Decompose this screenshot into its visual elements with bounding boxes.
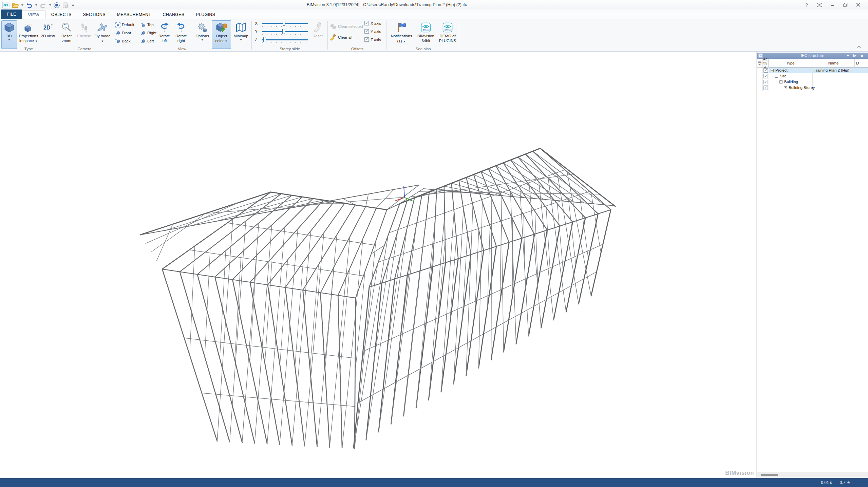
view-right-button[interactable]: Right [141, 29, 156, 37]
options-button[interactable]: Options ▼ [193, 20, 211, 49]
minimize-button[interactable] [829, 1, 836, 8]
ribbon-collapse-chevron[interactable] [856, 44, 862, 50]
reset-zoom-icon [61, 21, 72, 34]
tab-objects[interactable]: OBJECTS [45, 11, 77, 19]
panel-dropdown-icon[interactable] [845, 53, 850, 58]
star-icon: ★ [847, 480, 850, 485]
ribbon-group-offsets: Clear selected Clear all ✓X axis✓Y axis✓… [328, 19, 386, 51]
projections-dropdown-arrow: ▼ [35, 40, 38, 43]
group-label-type: Type [1, 47, 57, 51]
open-file-button[interactable] [12, 1, 19, 9]
storey-slider-x-thumb[interactable] [283, 21, 285, 26]
tab-view[interactable]: VIEW [22, 11, 45, 20]
restore-button[interactable] [842, 1, 849, 8]
slider-y-label: Y [255, 29, 258, 34]
checkbox-box[interactable]: ✓ [364, 29, 369, 34]
view-front-button[interactable]: Front [115, 29, 131, 37]
panel-close-icon[interactable] [860, 53, 865, 58]
ribbon-group-view: Default Front Back Top Right Left [113, 19, 251, 51]
tree-row-checkbox[interactable]: ✓ [763, 86, 768, 90]
svg-text:BIMvision: BIMvision [445, 29, 452, 31]
fps-value: 0.7★ [840, 480, 850, 485]
demo-of-plugins-button[interactable]: BIMvision DEMO of PLUGINS [438, 20, 457, 49]
view-left-button[interactable]: Left [141, 37, 154, 45]
panel-hscrollbar-thumb[interactable] [761, 474, 778, 476]
expander-minus-icon[interactable]: − [771, 69, 774, 72]
checkbox-box[interactable]: ✓ [364, 21, 369, 25]
tab-changes[interactable]: CHANGES [157, 11, 190, 19]
3d-button[interactable]: 3D ▼ [1, 20, 17, 49]
panel-title: IFC structure [757, 53, 868, 58]
tree-row-project[interactable]: ✓−ProjectTraining Plan 2 (Hip) [757, 68, 868, 73]
checkbox-y-axis[interactable]: ✓Y axis [364, 29, 381, 34]
view-top-button[interactable]: Top [141, 21, 154, 29]
tree-row-type-label: Project [775, 68, 788, 72]
expander-minus-icon[interactable]: − [775, 75, 778, 78]
projections-in-space-button[interactable]: Projections in space ▼ [18, 20, 39, 49]
expander-plus-icon[interactable]: + [784, 86, 787, 89]
enclose-button: Enclose [76, 20, 92, 49]
tree-row-site[interactable]: ✓−Site [757, 73, 868, 79]
storey-slider-z-thumb[interactable] [263, 37, 266, 42]
slider-x-label: X [255, 21, 258, 26]
ribbon-separator [112, 21, 112, 50]
3d-viewport[interactable]: BIMvision [0, 52, 756, 478]
tab-measurement[interactable]: MEASUREMENT [111, 11, 157, 19]
projections-icon [23, 21, 34, 34]
view-default-button[interactable]: Default [115, 21, 134, 29]
bimvision-64bit-button[interactable]: BIMvision BIMvision 64bit [415, 20, 436, 49]
checkbox-x-axis[interactable]: ✓X axis [364, 21, 381, 25]
object-color-button[interactable]: Object color ▼ [212, 20, 231, 49]
tab-sections[interactable]: SECTIONS [77, 11, 111, 19]
fullscreen-button[interactable] [816, 1, 823, 8]
checkbox-z-axis[interactable]: ✓Z axis [364, 37, 381, 42]
reset-zoom-button[interactable]: Reset zoom [58, 20, 75, 49]
open-file-dropdown[interactable] [21, 4, 23, 6]
panel-tree-collapse-icon[interactable] [852, 53, 857, 58]
tree-row-checkbox[interactable]: ✓ [763, 68, 768, 73]
record-view-button[interactable] [53, 1, 60, 9]
column-header-description[interactable]: D [855, 59, 868, 68]
tree-row-building-storey[interactable]: ✓+Building Storey [757, 85, 868, 91]
object-color-dropdown-arrow: ▼ [225, 40, 228, 43]
checkbox-box[interactable]: ✓ [364, 37, 369, 42]
notifications-button[interactable]: Notifications (1) ▼ [389, 20, 414, 49]
ribbon-group-camera: Reset zoom Enclose Fly mode ▼ Camera [57, 19, 112, 51]
object-color-icon [216, 21, 227, 34]
undo-dropdown[interactable] [35, 4, 37, 6]
group-label-offsets: Offsets [328, 47, 386, 51]
clear-all-button[interactable]: Clear all [330, 34, 352, 41]
tree-row-checkbox[interactable]: ✓ [763, 74, 768, 78]
view-front-icon [115, 31, 120, 36]
tab-plugins[interactable]: PLUGINS [190, 11, 221, 19]
panel-hscrollbar[interactable] [757, 472, 868, 478]
view-left-icon [141, 39, 146, 44]
rotate-left-button[interactable]: Rotate left [157, 20, 172, 49]
undo-button[interactable] [25, 1, 33, 9]
tab-file[interactable]: FILE [1, 10, 22, 19]
tree-row-checkbox[interactable]: ✓ [763, 80, 768, 84]
2d-view-button[interactable]: 2D 2D view [40, 20, 56, 49]
storey-slider-y-thumb[interactable] [282, 29, 285, 34]
redo-button[interactable] [39, 1, 47, 9]
column-options-cell[interactable] [757, 59, 762, 68]
expander-minus-icon[interactable]: − [779, 80, 782, 83]
column-header-name[interactable]: Name [812, 59, 855, 68]
customize-qat-dropdown[interactable] [71, 1, 75, 9]
rotate-right-button[interactable]: Rotate right [174, 20, 189, 49]
column-header-active[interactable]: Active [762, 59, 769, 68]
clear-selected-cubes-icon [330, 24, 337, 30]
minimap-button[interactable]: Minimap ▼ [232, 20, 250, 49]
tree-row-building[interactable]: ✓−Building [757, 79, 868, 85]
fly-mode-button[interactable]: Fly mode ▼ [94, 20, 111, 49]
help-button[interactable]: ? [803, 1, 810, 8]
storey-slider-z[interactable] [262, 39, 308, 40]
column-header-type[interactable]: Type [769, 59, 812, 68]
view-back-button[interactable]: Back [115, 37, 131, 45]
redo-dropdown[interactable] [49, 4, 51, 6]
ribbon-group-storey-slide: X Y Z Reset Storey slide [253, 19, 327, 51]
watermark: BIMvision [725, 470, 754, 476]
close-button[interactable] [854, 1, 862, 8]
bimvision-logo-icon: BIMvision [421, 21, 431, 34]
ribbon-separator [386, 21, 386, 50]
